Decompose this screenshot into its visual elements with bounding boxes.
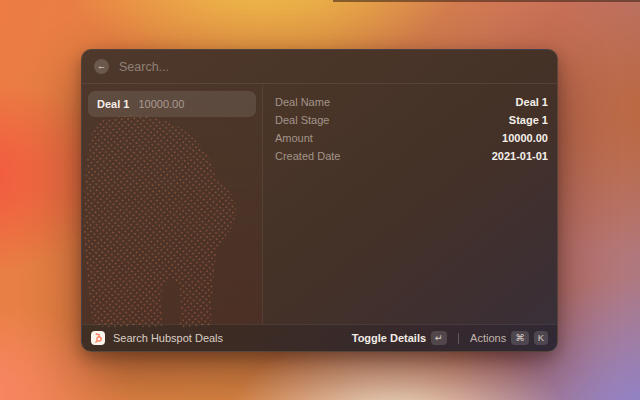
detail-value: 10000.00: [502, 132, 548, 144]
back-button[interactable]: ←: [94, 59, 109, 74]
launcher-window: ← Deal 1 10000.00 Deal Name Deal 1: [81, 49, 558, 352]
toggle-details-label: Toggle Details: [352, 332, 426, 344]
results-list: Deal 1 10000.00: [82, 85, 263, 324]
action-bar: Search Hubspot Deals Toggle Details ↵ Ac…: [82, 324, 557, 351]
list-item-deal[interactable]: Deal 1 10000.00: [88, 91, 256, 117]
return-keycap: ↵: [431, 331, 447, 345]
detail-value: 2021-01-01: [492, 150, 548, 162]
back-arrow-icon: ←: [97, 59, 106, 74]
toggle-details-hint[interactable]: Toggle Details ↵: [352, 331, 447, 345]
content-area: Deal 1 10000.00 Deal Name Deal 1 Deal St…: [82, 85, 557, 324]
detail-value: Stage 1: [509, 114, 548, 126]
detail-row: Deal Name Deal 1: [275, 93, 548, 111]
halftone-watermark: [84, 115, 256, 327]
detail-label: Deal Name: [275, 96, 330, 108]
detail-label: Deal Stage: [275, 114, 329, 126]
detail-label: Created Date: [275, 150, 340, 162]
detail-row: Created Date 2021-01-01: [275, 147, 548, 165]
actions-hint[interactable]: Actions ⌘ K: [470, 331, 548, 345]
k-keycap: K: [534, 331, 548, 345]
list-item-title: Deal 1: [97, 98, 129, 110]
detail-row: Deal Stage Stage 1: [275, 111, 548, 129]
list-item-subtitle: 10000.00: [138, 98, 184, 110]
detail-panel: Deal Name Deal 1 Deal Stage Stage 1 Amou…: [263, 85, 557, 324]
hubspot-icon: [91, 331, 105, 345]
cmd-keycap: ⌘: [511, 331, 529, 345]
search-input[interactable]: [119, 60, 545, 74]
detail-value: Deal 1: [516, 96, 548, 108]
actions-label: Actions: [470, 332, 506, 344]
command-title: Search Hubspot Deals: [113, 332, 223, 344]
search-bar: ←: [82, 50, 557, 84]
detail-row: Amount 10000.00: [275, 129, 548, 147]
footer-divider: [458, 333, 459, 344]
detail-label: Amount: [275, 132, 313, 144]
background-window-edge: [333, 0, 640, 2]
